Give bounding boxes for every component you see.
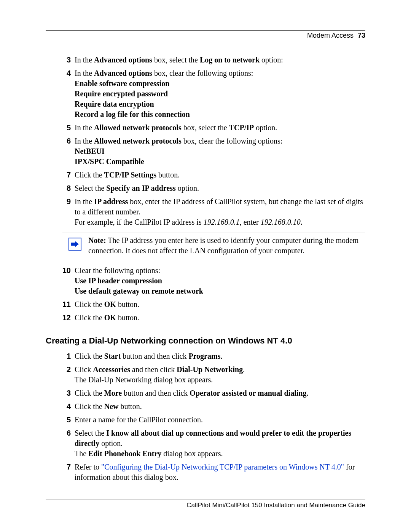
text-run: . [220,352,222,360]
step-row: 6In the Allowed network protocols box, c… [58,136,365,167]
step-number: 9 [58,197,71,227]
text-run: Click [75,365,93,374]
step-number: 3 [58,55,71,65]
step-row: 7Click the TCP/IP Settings button. [58,170,365,180]
text-run: Edit Phonebook Entry [88,449,161,458]
step-content: Click the More button and then click Ope… [75,388,365,398]
text-run: For example, if the CallPilot IP address… [75,218,204,226]
text-run: In the [75,123,94,132]
text-run: option. [99,439,123,447]
text-run: In the [75,137,94,145]
text-run: button and then click [122,389,190,397]
step-content: Click Accessories and then click Dial-Up… [75,364,365,385]
header-rule [46,30,365,31]
step-content: In the Allowed network protocols box, cl… [75,136,365,167]
text-run: Specify an IP address [106,184,175,192]
step-content: In the Allowed network protocols box, se… [75,123,365,133]
step-content: Click the Start button and then click Pr… [75,351,365,361]
step-content: In the IP address box, enter the IP addr… [75,197,365,227]
step-number: 8 [58,183,71,193]
text-run: IP address [94,197,128,206]
arrow-right-icon [68,238,81,251]
text-run: Allowed network protocols [94,137,182,145]
note-body: The IP address you enter here is used to… [88,236,358,255]
cross-reference-link[interactable]: "Configuring the Dial-Up Networking TCP/… [101,463,344,471]
step-number: 3 [58,388,71,398]
text-run: The [75,449,88,458]
step-number: 4 [58,401,71,412]
text-run: OK [104,300,116,308]
text-run: In the [75,69,94,77]
text-run: box, select the [152,56,200,64]
step-number: 5 [58,123,71,133]
step-content: In the Advanced options box, clear the f… [75,68,365,120]
text-run: button. [119,402,142,411]
step-row: 1Click the Start button and then click P… [58,351,365,361]
text-run: option: [260,56,283,64]
step-number: 7 [58,462,71,482]
step-content: Click the OK button. [75,313,365,323]
step-content: Select the I know all about dial up conn… [75,428,365,459]
text-run: OK [104,313,116,322]
text-run: TCP/IP Settings [104,171,156,179]
text-run: IPX/SPC Compatible [75,157,144,166]
text-run: Allowed network protocols [94,123,182,132]
text-run: Use IP header compression [75,276,162,285]
text-run: More [104,389,122,397]
step-number: 2 [58,364,71,385]
step-number: 1 [58,351,71,361]
step-list-b: 10Clear the following options:Use IP hea… [58,265,365,323]
step-row: 10Clear the following options:Use IP hea… [58,265,365,296]
page-number: 73 [358,32,365,39]
text-run: 192.168.0.1 [204,218,240,226]
step-row: 8Select the Specify an IP address option… [58,183,365,193]
step-number: 7 [58,170,71,180]
text-run: Require encrypted password [75,89,168,98]
step-row: 7Refer to "Configuring the Dial-Up Netwo… [58,462,365,482]
step-number: 11 [58,299,71,310]
step-content: Click the OK button. [75,299,365,310]
step-number: 5 [58,415,71,425]
text-run: option. [254,123,277,132]
step-row: 11Click the OK button. [58,299,365,310]
text-run: NetBEUI [75,147,105,155]
step-content: In the Advanced options box, select the … [75,55,365,65]
step-content: Click the TCP/IP Settings button. [75,170,365,180]
section-heading: Creating a Dial-Up Networking connection… [46,336,365,346]
text-run: Enter a name for the CallPilot connectio… [75,415,203,424]
step-content: Enter a name for the CallPilot connectio… [75,415,365,425]
text-run: Dial-Up Networking [177,365,243,374]
step-content: Clear the following options:Use IP heade… [75,265,365,296]
text-run: Click the [75,171,104,179]
text-run: Advanced options [94,56,152,64]
text-run: dialog box appears. [161,449,223,458]
note-block: Note: The IP address you enter here is u… [62,233,365,260]
text-run: Enable software compression [75,79,169,88]
step-row: 6Select the I know all about dial up con… [58,428,365,459]
step-row: 3In the Advanced options box, select the… [58,55,365,65]
text-run: button. [116,300,139,308]
text-run: . [243,365,245,374]
text-run: and then click [130,365,177,374]
text-run: Programs [188,352,220,360]
text-run: Advanced options [94,69,152,77]
text-run: Click the [75,313,104,322]
text-run: Click the [75,300,104,308]
text-run: Start [104,352,121,360]
text-run: box, clear the following options: [152,69,253,77]
step-number: 6 [58,136,71,167]
header-title: Modem Access [307,32,354,39]
text-run: Accessories [93,365,130,374]
text-run: Operator assisted or manual dialing [190,389,306,397]
step-number: 6 [58,428,71,459]
page-footer: CallPilot Mini/CallPilot 150 Installatio… [46,500,365,509]
step-row: 4In the Advanced options box, clear the … [58,68,365,120]
note-label: Note: [88,236,106,244]
step-content: Click the New button. [75,401,365,412]
text-run: box, clear the following options: [182,137,283,145]
step-list-a: 3In the Advanced options box, select the… [58,55,365,227]
text-run: Click the [75,402,104,411]
step-row: 5In the Allowed network protocols box, s… [58,123,365,133]
text-run: Use default gateway on remote network [75,287,203,295]
text-run: box, select the [182,123,229,132]
